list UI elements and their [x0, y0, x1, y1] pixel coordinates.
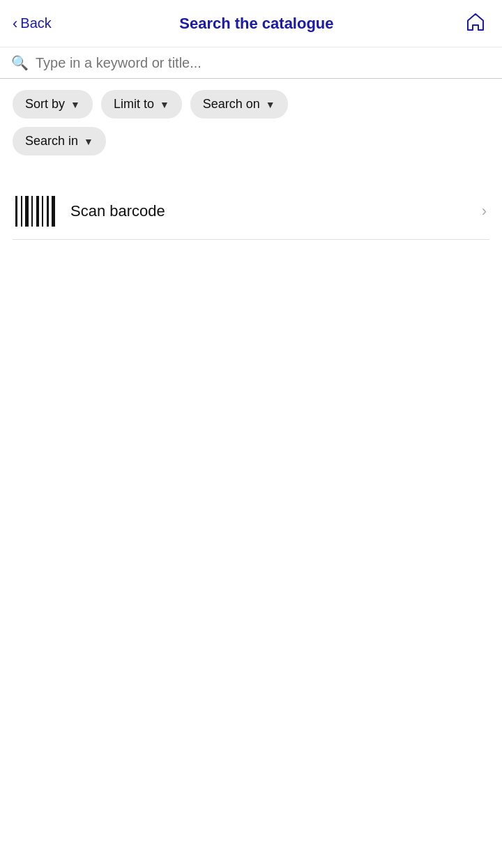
- scan-barcode-chevron-icon: ›: [482, 202, 487, 220]
- search-in-chevron-icon: ▼: [84, 136, 93, 147]
- home-icon: [464, 25, 487, 36]
- back-chevron-icon: ‹: [13, 15, 17, 33]
- search-on-button[interactable]: Search on ▼: [190, 90, 288, 119]
- search-in-label: Search in: [25, 134, 78, 149]
- search-input[interactable]: [36, 55, 491, 71]
- search-on-label: Search on: [203, 97, 260, 112]
- search-bar: 🔍: [0, 47, 502, 79]
- search-in-button[interactable]: Search in ▼: [13, 127, 106, 155]
- limit-to-button[interactable]: Limit to ▼: [101, 90, 182, 119]
- limit-to-label: Limit to: [114, 97, 154, 112]
- page-title: Search the catalogue: [52, 15, 462, 33]
- search-on-chevron-icon: ▼: [266, 99, 275, 110]
- filter-row-2: Search in ▼: [0, 119, 502, 155]
- home-button[interactable]: [462, 8, 489, 38]
- scan-barcode-label: Scan barcode: [70, 202, 165, 220]
- filter-row-1: Sort by ▼ Limit to ▼ Search on ▼: [0, 79, 502, 119]
- sort-by-label: Sort by: [25, 97, 65, 112]
- barcode-icon: [15, 196, 55, 227]
- scan-left: Scan barcode: [15, 196, 165, 227]
- sort-by-chevron-icon: ▼: [70, 99, 80, 110]
- scan-barcode-row[interactable]: Scan barcode ›: [13, 183, 489, 240]
- back-button[interactable]: ‹ Back: [13, 15, 52, 33]
- back-label: Back: [20, 15, 51, 31]
- sort-by-button[interactable]: Sort by ▼: [13, 90, 93, 119]
- search-icon: 🔍: [11, 54, 29, 71]
- header: ‹ Back Search the catalogue: [0, 0, 502, 47]
- limit-to-chevron-icon: ▼: [160, 99, 169, 110]
